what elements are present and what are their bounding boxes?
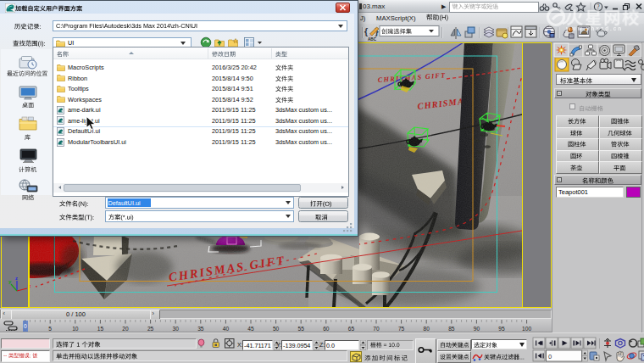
svg-text:ABC: ABC — [368, 37, 377, 42]
svg-text:0: 0 — [548, 353, 552, 360]
svg-text:20: 20 — [122, 326, 129, 332]
svg-text:60: 60 — [323, 326, 330, 332]
svg-text:100: 100 — [522, 326, 531, 332]
svg-text:40: 40 — [223, 326, 230, 332]
svg-text:25: 25 — [147, 326, 154, 332]
svg-text:75: 75 — [398, 326, 405, 332]
svg-text:{: { — [364, 26, 368, 36]
svg-text:90: 90 — [474, 326, 480, 332]
svg-text:65: 65 — [348, 326, 355, 332]
svg-text:85: 85 — [448, 326, 455, 332]
svg-text:50: 50 — [273, 326, 280, 332]
svg-text:10: 10 — [72, 326, 79, 332]
svg-text:15: 15 — [97, 326, 104, 332]
svg-text:55: 55 — [298, 326, 305, 332]
svg-text:5: 5 — [48, 326, 52, 332]
svg-text:30: 30 — [173, 326, 180, 332]
svg-text:95: 95 — [498, 326, 505, 332]
svg-text:70: 70 — [373, 326, 380, 332]
svg-text:45: 45 — [247, 326, 254, 332]
svg-text:80: 80 — [424, 326, 430, 332]
svg-text:35: 35 — [197, 326, 204, 332]
